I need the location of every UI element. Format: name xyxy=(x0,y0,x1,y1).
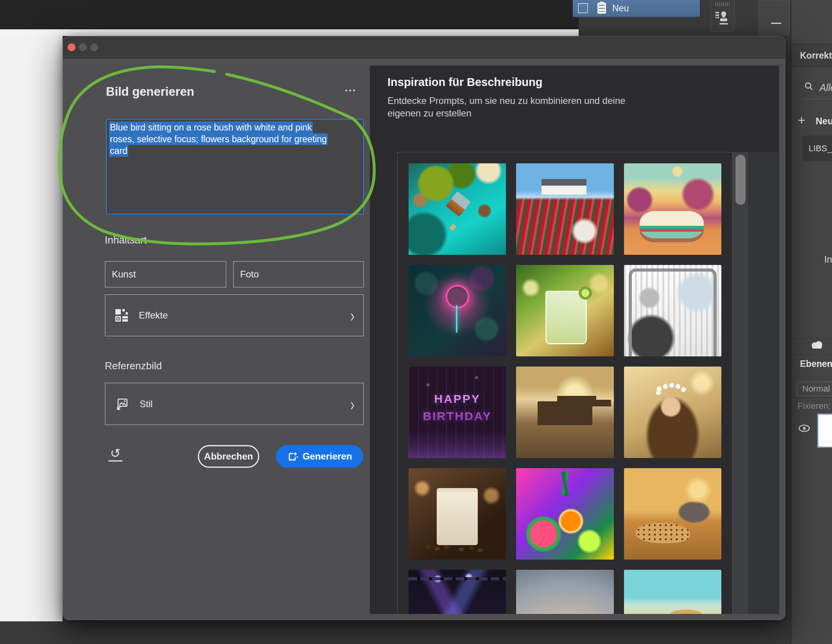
inspiration-tile[interactable] xyxy=(624,163,721,255)
inspiration-tile[interactable] xyxy=(624,265,721,356)
inspiration-tile[interactable] xyxy=(516,163,613,255)
document-canvas-left xyxy=(0,36,63,621)
content-type-kunst-button[interactable]: Kunst xyxy=(105,261,226,288)
style-row-button[interactable]: Stil › xyxy=(105,383,364,425)
generate-sparkle-icon xyxy=(287,451,298,462)
visibility-eye-icon[interactable] xyxy=(798,424,810,434)
scrollbar-thumb[interactable] xyxy=(735,155,746,205)
cancel-button[interactable]: Abbrechen xyxy=(198,445,259,468)
style-label: Stil xyxy=(140,399,152,410)
zoom-window-button[interactable] xyxy=(90,43,98,51)
inspiration-subtitle: Entdecke Prompts, um sie neu zu kombinie… xyxy=(387,95,625,120)
reset-button[interactable]: ↺ xyxy=(108,447,122,462)
inspiration-grid: HAPPY BIRTHDAY xyxy=(397,152,733,614)
layers-panel-header[interactable]: Ebenen xyxy=(800,359,832,369)
prompt-selected-line: Blue bird sitting on a rose bush with wh… xyxy=(109,122,313,133)
truncated-text: In xyxy=(824,254,832,265)
history-item-neu[interactable]: Neu xyxy=(573,0,700,17)
scrollbar-track[interactable] xyxy=(733,152,748,614)
close-window-button[interactable] xyxy=(68,43,75,51)
divider xyxy=(791,354,832,355)
content-type-label: Inhaltsart xyxy=(105,234,147,246)
prompt-selected-line: card xyxy=(109,145,128,157)
library-item[interactable]: LIBS_ xyxy=(802,136,832,161)
library-item-label: LIBS_ xyxy=(809,143,832,154)
inspiration-tile[interactable] xyxy=(624,367,721,458)
inspiration-tile[interactable] xyxy=(409,163,506,255)
plus-icon[interactable]: + xyxy=(798,113,805,128)
document-canvas-top xyxy=(0,29,579,36)
chevron-right-icon: › xyxy=(350,395,355,412)
content-type-options: Kunst Foto xyxy=(105,261,364,288)
collapsed-panel xyxy=(758,0,790,35)
effects-label: Effekte xyxy=(139,310,168,321)
chevron-right-icon: › xyxy=(350,307,355,324)
content-type-foto-button[interactable]: Foto xyxy=(233,261,364,288)
clone-stamp-icon[interactable] xyxy=(715,8,730,28)
layer-thumbnail[interactable] xyxy=(817,413,832,448)
reference-image-label: Referenzbild xyxy=(105,360,162,372)
inspiration-tile[interactable] xyxy=(624,468,721,560)
panel-edge-strip xyxy=(748,152,779,614)
panel-grip xyxy=(715,2,730,6)
document-icon xyxy=(597,3,606,14)
tool-panel-stamp[interactable] xyxy=(710,0,735,32)
dialog-titlebar[interactable] xyxy=(63,36,785,59)
tile-image-text: HAPPY BIRTHDAY xyxy=(409,390,506,425)
search-icon[interactable] xyxy=(804,81,814,93)
lock-label: Fixieren: xyxy=(798,401,830,411)
inspiration-tile[interactable] xyxy=(624,570,721,614)
cloud-sync-icon[interactable] xyxy=(809,340,824,352)
inspiration-title: Inspiration für Beschreibung xyxy=(387,76,542,89)
generate-label: Generieren xyxy=(303,451,352,462)
image-style-icon xyxy=(115,397,129,411)
inspiration-tile[interactable] xyxy=(516,265,613,356)
panel-header-korrekturen[interactable]: Korrektu xyxy=(791,44,832,67)
inspiration-tile[interactable] xyxy=(516,570,613,614)
divider xyxy=(791,338,832,339)
prompt-textarea[interactable]: Blue bird sitting on a rose bush with wh… xyxy=(106,119,364,215)
history-item-label: Neu xyxy=(612,3,629,14)
prompt-selected-line: roses, selective focus; flowers backgrou… xyxy=(109,133,328,145)
blend-mode-select[interactable]: Normal xyxy=(797,381,832,396)
effects-grid-icon xyxy=(115,309,128,322)
screenshot-root: Neu Korrektu Alle + Neu L xyxy=(0,0,832,644)
dialog-title: Bild generieren xyxy=(106,85,194,99)
divider xyxy=(791,397,832,397)
inspiration-tile[interactable]: HAPPY BIRTHDAY xyxy=(409,367,506,458)
minimize-window-button[interactable] xyxy=(79,43,87,51)
inspiration-tile[interactable] xyxy=(409,468,506,560)
app-top-strip xyxy=(0,0,579,29)
inspiration-tile[interactable] xyxy=(409,570,506,614)
generate-image-dialog: Bild generieren Blue bird sitting on a r… xyxy=(63,36,785,620)
inspiration-tile[interactable] xyxy=(409,265,506,356)
panel-minimize-dash xyxy=(771,23,781,24)
search-filter-label[interactable]: Alle xyxy=(819,82,832,93)
effects-row-button[interactable]: Effekte › xyxy=(105,294,364,336)
right-sidebar: Korrektu Alle + Neu LIBS_ In Ebenen Norm… xyxy=(791,0,832,644)
inspiration-tile[interactable] xyxy=(516,367,613,458)
inspiration-panel: Inspiration für Beschreibung Entdecke Pr… xyxy=(370,66,779,614)
more-options-icon[interactable] xyxy=(345,89,355,91)
divider xyxy=(802,99,832,99)
panel-header-label: Korrektu xyxy=(800,50,832,61)
generate-button[interactable]: Generieren xyxy=(276,445,363,468)
inspiration-tile[interactable] xyxy=(516,468,613,560)
checkbox[interactable] xyxy=(578,3,588,13)
new-button[interactable]: Neu xyxy=(816,116,832,127)
blend-mode-value: Normal xyxy=(802,384,830,394)
